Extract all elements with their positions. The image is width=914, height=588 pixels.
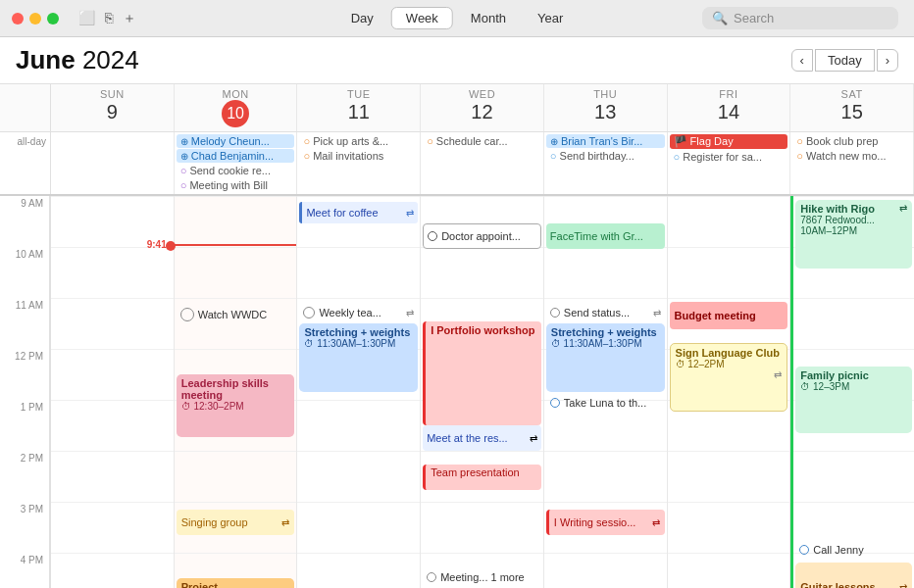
- titlebar: ⬜ ⎘ ＋ Day Week Month Year 🔍 Search: [0, 0, 914, 37]
- allday-label: all-day: [0, 132, 51, 194]
- nav-month[interactable]: Month: [457, 8, 520, 28]
- calendar-header: June 2024 ‹ Today ›: [0, 37, 914, 84]
- grid-col-fri: Budget meeting Sign Language Club ⏱ 12–2…: [668, 196, 791, 588]
- allday-wed: ○ Schedule car...: [421, 132, 544, 194]
- list-item[interactable]: ○ Send birthday...: [546, 149, 665, 163]
- allday-sat: ○ Book club prep ○ Watch new mo...: [790, 132, 914, 194]
- nav-year[interactable]: Year: [524, 8, 577, 28]
- event-portfolio[interactable]: I Portfolio workshop: [423, 321, 541, 425]
- day-header-sun: SUN 9: [51, 84, 175, 131]
- next-week-button[interactable]: ›: [877, 49, 898, 72]
- grid-col-sat: Hike with Rigo ⇄ 7867 Redwood... 10AM–12…: [790, 196, 914, 588]
- list-item[interactable]: 🏴 Flag Day: [670, 134, 788, 149]
- event-singing[interactable]: Singing group ⇄: [177, 510, 295, 535]
- list-item[interactable]: ○ Book club prep: [792, 134, 911, 148]
- minimize-button[interactable]: [29, 13, 41, 24]
- month-title: June 2024: [16, 45, 139, 75]
- day-header-fri: FRI 14: [668, 84, 791, 131]
- list-item[interactable]: ⊕ Brian Tran's Bir...: [546, 134, 665, 148]
- prev-week-button[interactable]: ‹: [791, 49, 813, 72]
- event-meet-coffee[interactable]: Meet for coffee ⇄: [299, 202, 418, 223]
- event-guitar[interactable]: Guitar lessons... ⇄: [795, 563, 912, 588]
- event-project[interactable]: Project presentations ⏱ 5–7PM: [177, 578, 295, 588]
- add-icon[interactable]: ＋: [123, 10, 136, 27]
- event-meeting-more[interactable]: Meeting... 1 more: [423, 566, 541, 588]
- day-header-mon: MON 10: [175, 84, 298, 131]
- event-take-luna[interactable]: Take Luna to th...: [546, 392, 665, 414]
- toolbar-icons: ⬜ ⎘ ＋: [78, 10, 136, 27]
- maximize-button[interactable]: [47, 13, 59, 24]
- grid-col-thu: FaceTime with Gr... Send status... ⇄ Str…: [544, 196, 668, 588]
- search-placeholder: Search: [734, 11, 774, 25]
- event-budget[interactable]: Budget meeting: [670, 302, 788, 329]
- list-item[interactable]: ○ Register for sa...: [670, 150, 788, 164]
- days-header: SUN 9 MON 10 TUE 11 WED 12 THU 13 FRI 14…: [0, 84, 914, 132]
- event-writing[interactable]: I Writing sessio... ⇄: [546, 510, 665, 535]
- day-header-thu: THU 13: [544, 84, 668, 131]
- event-stretching-thu[interactable]: Stretching + weights ⏱ 11:30AM–1:30PM: [546, 323, 665, 392]
- list-item[interactable]: ○ Schedule car...: [423, 134, 541, 148]
- close-button[interactable]: [12, 13, 24, 24]
- grid-col-mon: Watch WWDC Leadership skills meeting ⏱ 1…: [175, 196, 298, 588]
- event-facetime[interactable]: FaceTime with Gr...: [546, 223, 665, 249]
- time-slot-12pm: 12 PM: [0, 349, 50, 400]
- today-button[interactable]: Today: [815, 49, 875, 72]
- allday-sun: [51, 132, 175, 194]
- event-weekly-tea[interactable]: Weekly tea... ⇄: [299, 302, 418, 323]
- list-item[interactable]: ○ Meeting with Bill: [177, 178, 295, 192]
- event-hike[interactable]: Hike with Rigo ⇄ 7867 Redwood... 10AM–12…: [795, 200, 912, 269]
- time-slot-9am: 9 AM: [0, 196, 50, 247]
- list-item[interactable]: ⊕ Melody Cheun...: [177, 134, 295, 148]
- grid-col-wed: Doctor appoint... I Portfolio workshop M…: [421, 196, 544, 588]
- time-col-header: [0, 84, 51, 131]
- time-slot-4pm: 4 PM: [0, 553, 50, 588]
- allday-mon: ⊕ Melody Cheun... ⊕ Chad Benjamin... ○ S…: [175, 132, 298, 194]
- inbox-icon[interactable]: ⎘: [105, 10, 113, 27]
- search-icon: 🔍: [712, 11, 728, 25]
- time-slot-3pm: 3 PM: [0, 502, 50, 553]
- day-header-sat: SAT 15: [790, 84, 914, 131]
- view-nav: Day Week Month Year: [337, 7, 578, 29]
- traffic-lights: [12, 13, 59, 24]
- allday-row: all-day ⊕ Melody Cheun... ⊕ Chad Benjami…: [0, 132, 914, 196]
- allday-tue: ○ Pick up arts &... ○ Mail invitations: [297, 132, 421, 194]
- event-call-jenny[interactable]: Call Jenny: [795, 539, 912, 561]
- event-leadership[interactable]: Leadership skills meeting ⏱ 12:30–2PM: [177, 374, 295, 437]
- time-slot-11am: 11 AM: [0, 298, 50, 349]
- event-doctor[interactable]: Doctor appoint...: [423, 223, 541, 249]
- time-grid-wrapper: 9 AM 10 AM 11 AM 12 PM 1 PM 2 PM 3 PM 4 …: [0, 196, 914, 588]
- nav-day[interactable]: Day: [337, 8, 387, 28]
- time-slot-2pm: 2 PM: [0, 451, 50, 502]
- list-item[interactable]: ○ Send cookie re...: [177, 164, 295, 177]
- event-family-picnic[interactable]: Family picnic ⏱ 12–3PM: [795, 367, 912, 433]
- grid-col-tue: Meet for coffee ⇄ Weekly tea... ⇄ Stretc…: [297, 196, 421, 588]
- day-header-wed: WED 12: [421, 84, 544, 131]
- event-send-status[interactable]: Send status... ⇄: [546, 302, 665, 323]
- event-team-pres[interactable]: Team presentation: [423, 465, 541, 490]
- event-stretching-tue[interactable]: Stretching + weights ⏱ 11:30AM–1:30PM: [299, 323, 418, 392]
- list-item[interactable]: ○ Pick up arts &...: [299, 134, 418, 148]
- time-slot-1pm: 1 PM: [0, 400, 50, 451]
- list-item[interactable]: ○ Watch new mo...: [792, 149, 911, 163]
- event-sign-lang[interactable]: Sign Language Club ⏱ 12–2PM ⇄: [670, 343, 788, 412]
- event-meet-res[interactable]: Meet at the res... ⇄: [423, 425, 541, 451]
- sidebar-icon[interactable]: ⬜: [78, 10, 95, 27]
- time-grid: 9 AM 10 AM 11 AM 12 PM 1 PM 2 PM 3 PM 4 …: [0, 196, 914, 588]
- list-item[interactable]: ⊕ Chad Benjamin...: [177, 149, 295, 163]
- allday-fri: 🏴 Flag Day ○ Register for sa...: [668, 132, 791, 194]
- time-slot-10am: 10 AM: [0, 247, 50, 298]
- list-item[interactable]: ○ Mail invitations: [299, 149, 418, 163]
- grid-col-sun: [51, 196, 175, 588]
- calendar-main: June 2024 ‹ Today › SUN 9 MON 10 TUE 11 …: [0, 37, 914, 588]
- nav-week[interactable]: Week: [391, 7, 453, 29]
- search-bar[interactable]: 🔍 Search: [702, 7, 898, 29]
- allday-thu: ⊕ Brian Tran's Bir... ○ Send birthday...: [544, 132, 668, 194]
- day-header-tue: TUE 11: [297, 84, 421, 131]
- today-nav: ‹ Today ›: [791, 49, 898, 72]
- event-watch-wwdc[interactable]: Watch WWDC: [177, 304, 295, 325]
